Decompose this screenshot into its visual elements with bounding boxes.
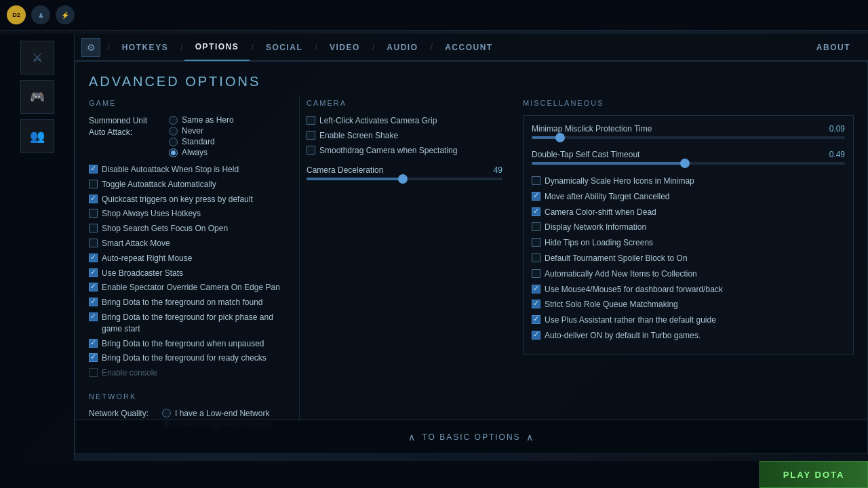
play-dota-button[interactable]: PLAY DOTA (760, 461, 868, 488)
misc-cb-5: Default Tournament Spoiler Block to On (532, 253, 845, 264)
cb-auto-repeat[interactable] (89, 253, 98, 262)
misc-cb-1: Move after Ability Target Cancelled (532, 191, 845, 203)
cb-auto-add-items[interactable] (532, 269, 540, 278)
doubletap-slider-row: Double-Tap Self Cast Timeout 0.49 (532, 150, 845, 159)
summoned-unit-label: Summoned UnitAuto Attack: (89, 115, 163, 138)
nav-social[interactable]: SOCIAL (255, 34, 313, 61)
nav-hotkeys[interactable]: HOTKEYS (111, 34, 180, 61)
game-cb-11: Bring Dota to the foreground when unpaus… (89, 338, 285, 350)
side-icon-3[interactable]: 👥 (20, 119, 54, 153)
radio-always-row: Always (169, 148, 234, 157)
cb-foreground-unpause[interactable] (89, 339, 98, 348)
cb-foreground-pick[interactable] (89, 312, 98, 321)
nav-about[interactable]: ABOUT (806, 34, 861, 61)
cb-camera-colorshift-label: Camera Color-shift when Dead (545, 207, 656, 218)
minimap-value: 0.09 (829, 124, 845, 134)
cb-dynamic-scale[interactable] (532, 176, 540, 185)
nav-video[interactable]: VIDEO (319, 34, 371, 61)
cb-camera-grip[interactable] (307, 116, 315, 125)
cb-quickcast[interactable] (89, 195, 98, 203)
camera-decel-value: 49 (494, 165, 502, 175)
cb-smoothdrag[interactable] (307, 146, 315, 155)
radio-low-end[interactable] (162, 409, 171, 418)
camera-decel-label: Camera Deceleration (307, 165, 383, 175)
cb-tournament-spoiler[interactable] (532, 253, 540, 262)
cb-shop-hotkeys-label: Shop Always Uses Hotkeys (102, 208, 201, 220)
doubletap-track[interactable] (532, 162, 845, 165)
network-low-row: I have a Low-end Network (162, 409, 271, 418)
camera-decel-track[interactable] (307, 178, 502, 180)
main-content: ADVANCED OPTIONS GAME Summoned UnitAuto … (75, 61, 868, 454)
network-section-title: NETWORK (89, 390, 285, 401)
cb-screen-shake[interactable] (307, 131, 315, 140)
minimap-slider-container: Minimap Misclick Protection Time 0.09 (532, 124, 845, 139)
cb-display-network[interactable] (532, 222, 540, 231)
cb-shop-search[interactable] (89, 224, 98, 232)
cb-foreground-match-label: Bring Dota to the foreground on match fo… (102, 297, 263, 308)
cb-broadcaster[interactable] (89, 268, 98, 277)
cb-strict-solo[interactable] (532, 300, 540, 308)
cb-camera-colorshift[interactable] (532, 207, 540, 216)
cb-spectator-camera[interactable] (89, 283, 98, 291)
cb-disable-autoattack[interactable] (89, 165, 98, 174)
radio-standard[interactable] (169, 138, 178, 146)
cb-move-after-ability[interactable] (532, 192, 540, 201)
columns: GAME Summoned UnitAuto Attack: Same as H… (75, 96, 867, 420)
basic-options-button[interactable]: ∧ TO BASIC OPTIONS ∧ (408, 432, 534, 443)
doubletap-thumb[interactable] (680, 159, 690, 168)
nav-account[interactable]: ACCOUNT (434, 34, 504, 61)
dota-icon: D2 (7, 5, 26, 24)
misc-cb-10: Auto-deliver ON by default in Turbo game… (532, 330, 845, 342)
cb-disable-autoattack-label: Disable Autoattack When Stop is Held (102, 164, 239, 176)
cb-hide-tips[interactable] (532, 238, 540, 247)
side-icon-1[interactable]: ⚔ (20, 41, 54, 75)
cb-plus-assistant[interactable] (532, 315, 540, 324)
minimap-thumb[interactable] (555, 133, 565, 142)
radio-always[interactable] (169, 148, 178, 157)
cb-shop-hotkeys[interactable] (89, 209, 98, 218)
radio-same[interactable] (169, 116, 178, 125)
side-icon-2[interactable]: 🎮 (20, 80, 54, 114)
game-cb-13: Enable console (89, 367, 285, 379)
cb-mouse45-label: Use Mouse4/Mouse5 for dashboard forward/… (545, 284, 723, 296)
cb-auto-repeat-label: Auto-repeat Right Mouse (102, 253, 192, 264)
radio-standard-row: Standard (169, 137, 234, 146)
chevron-right-icon: ∧ (526, 432, 534, 443)
minimap-label: Minimap Misclick Protection Time (532, 124, 652, 134)
nav-sep-1: / (180, 42, 183, 52)
cb-smart-attack-label: Smart Attack Move (102, 238, 170, 249)
cb-auto-deliver-label: Auto-deliver ON by default in Turbo game… (545, 330, 701, 342)
camera-cb-0: Left-Click Activates Camera Grip (307, 115, 502, 127)
cb-foreground-match[interactable] (89, 298, 98, 306)
cb-mouse45[interactable] (532, 285, 540, 293)
radio-never[interactable] (169, 127, 178, 136)
nav-options[interactable]: OPTIONS (184, 34, 250, 61)
camera-decel-container: Camera Deceleration 49 (307, 165, 502, 180)
cb-foreground-ready-label: Bring Dota to the foreground for ready c… (102, 352, 267, 364)
cb-smart-attack[interactable] (89, 239, 98, 247)
cb-auto-deliver[interactable] (532, 331, 540, 340)
camera-decel-thumb[interactable] (398, 174, 408, 184)
misc-cb-8: Strict Solo Role Queue Matchmaking (532, 299, 845, 310)
cb-smoothdrag-label: Smoothdrag Camera when Spectating (319, 145, 457, 157)
taskbar-icon-2: ⚡ (56, 5, 75, 24)
taskbar-left: D2 ♟ ⚡ (0, 5, 75, 24)
minimap-track[interactable] (532, 136, 845, 139)
cb-foreground-ready[interactable] (89, 353, 98, 362)
cb-move-after-ability-label: Move after Ability Target Cancelled (545, 191, 670, 203)
misc-cb-6: Automatically Add New Items to Collectio… (532, 268, 845, 280)
radio-same-label: Same as Hero (182, 115, 234, 125)
cb-display-network-label: Display Network Information (545, 222, 646, 233)
cb-toggle-autoattack[interactable] (89, 180, 98, 188)
nav-audio[interactable]: AUDIO (376, 34, 429, 61)
network-quality-label: Network Quality: (89, 409, 157, 418)
game-cb-5: Smart Attack Move (89, 238, 285, 249)
game-cb-8: Enable Spectator Override Camera On Edge… (89, 282, 285, 293)
cb-dynamic-scale-label: Dynamically Scale Hero Icons in Minimap (545, 176, 694, 187)
settings-nav-icon[interactable]: ⚙ (81, 38, 100, 57)
camera-decel-row: Camera Deceleration 49 (307, 165, 502, 175)
nav-sep-5: / (431, 42, 433, 52)
cb-spectator-camera-label: Enable Spectator Override Camera On Edge… (102, 282, 280, 293)
doubletap-slider-container: Double-Tap Self Cast Timeout 0.49 (532, 150, 845, 165)
game-column: GAME Summoned UnitAuto Attack: Same as H… (82, 96, 292, 420)
